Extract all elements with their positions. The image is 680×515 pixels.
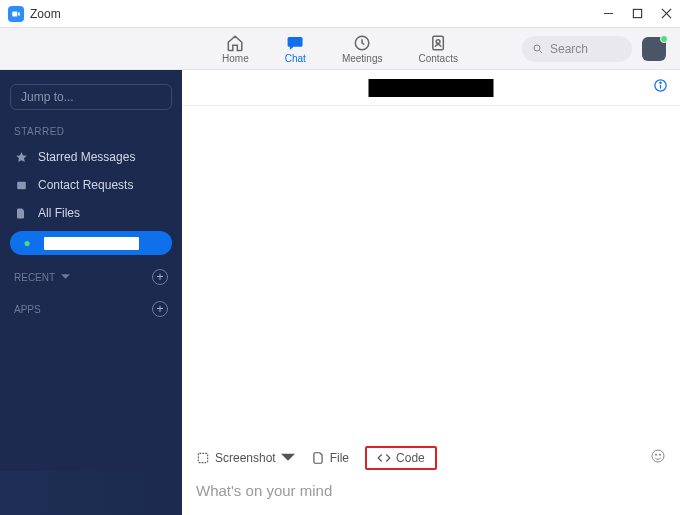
maximize-button[interactable] — [632, 5, 643, 23]
redacted-name — [44, 237, 139, 250]
chevron-down-icon — [281, 451, 295, 465]
info-icon — [653, 78, 668, 93]
info-button[interactable] — [653, 78, 668, 97]
svg-rect-2 — [633, 9, 641, 17]
user-avatar[interactable] — [642, 37, 666, 61]
svg-point-16 — [655, 454, 656, 455]
add-app-button[interactable]: + — [152, 301, 168, 317]
close-button[interactable] — [661, 5, 672, 23]
tab-meetings[interactable]: Meetings — [342, 34, 383, 64]
home-icon — [226, 34, 244, 52]
svg-line-9 — [540, 50, 543, 53]
emoji-icon — [650, 448, 666, 464]
chat-messages-area — [182, 106, 680, 436]
svg-point-15 — [652, 450, 664, 462]
svg-point-13 — [660, 82, 661, 83]
window-title: Zoom — [30, 7, 61, 21]
code-button[interactable]: Code — [365, 446, 437, 470]
sidebar-item-active-chat[interactable]: ● — [10, 231, 172, 255]
file-button[interactable]: File — [311, 451, 349, 465]
presence-icon: ● — [20, 236, 34, 250]
zoom-app-icon — [8, 6, 24, 22]
svg-point-17 — [659, 454, 660, 455]
tab-home-label: Home — [222, 53, 249, 64]
svg-rect-14 — [198, 453, 207, 462]
sidebar-item-label: Contact Requests — [38, 178, 133, 192]
sidebar: Jump to... STARRED Starred Messages Cont… — [0, 70, 182, 515]
svg-rect-10 — [17, 181, 26, 189]
code-icon — [377, 451, 391, 465]
file-icon — [311, 451, 325, 465]
chat-panel: Screenshot File Code What's on your mind — [182, 70, 680, 515]
search-placeholder: Search — [550, 42, 588, 56]
tab-contacts-label: Contacts — [418, 53, 457, 64]
tab-home[interactable]: Home — [222, 34, 249, 64]
sidebar-item-starred-messages[interactable]: Starred Messages — [0, 143, 182, 171]
jump-to-input[interactable]: Jump to... — [10, 84, 172, 110]
chat-title-redacted — [369, 79, 494, 97]
compose-area: Screenshot File Code What's on your mind — [182, 436, 680, 515]
search-icon — [532, 43, 544, 55]
svg-rect-0 — [12, 11, 17, 16]
sidebar-footer — [0, 471, 182, 515]
search-input[interactable]: Search — [522, 36, 632, 62]
sidebar-section-recent[interactable]: RECENT + — [0, 259, 182, 291]
message-input[interactable]: What's on your mind — [196, 478, 666, 499]
sidebar-section-apps[interactable]: APPS + — [0, 291, 182, 323]
sidebar-item-contact-requests[interactable]: Contact Requests — [0, 171, 182, 199]
sidebar-item-label: All Files — [38, 206, 80, 220]
chevron-down-icon — [61, 274, 70, 280]
emoji-button[interactable] — [650, 448, 666, 468]
sidebar-item-label: Starred Messages — [38, 150, 135, 164]
contacts-icon — [429, 34, 447, 52]
add-recent-button[interactable]: + — [152, 269, 168, 285]
presence-dot — [660, 35, 668, 43]
screenshot-icon — [196, 451, 210, 465]
chat-header — [182, 70, 680, 106]
star-icon — [14, 151, 28, 164]
file-icon — [14, 207, 28, 220]
screenshot-button[interactable]: Screenshot — [196, 451, 295, 465]
tab-chat-label: Chat — [285, 53, 306, 64]
svg-point-8 — [534, 45, 540, 51]
sidebar-item-all-files[interactable]: All Files — [0, 199, 182, 227]
sidebar-section-starred: STARRED — [0, 120, 182, 143]
clock-icon — [353, 34, 371, 52]
chat-icon — [286, 34, 304, 52]
svg-point-7 — [436, 39, 440, 43]
tab-meetings-label: Meetings — [342, 53, 383, 64]
top-nav: Home Chat Meetings Contacts Search — [0, 28, 680, 70]
request-icon — [14, 179, 28, 192]
tab-chat[interactable]: Chat — [285, 34, 306, 64]
titlebar: Zoom — [0, 0, 680, 28]
minimize-button[interactable] — [603, 5, 614, 23]
tab-contacts[interactable]: Contacts — [418, 34, 457, 64]
